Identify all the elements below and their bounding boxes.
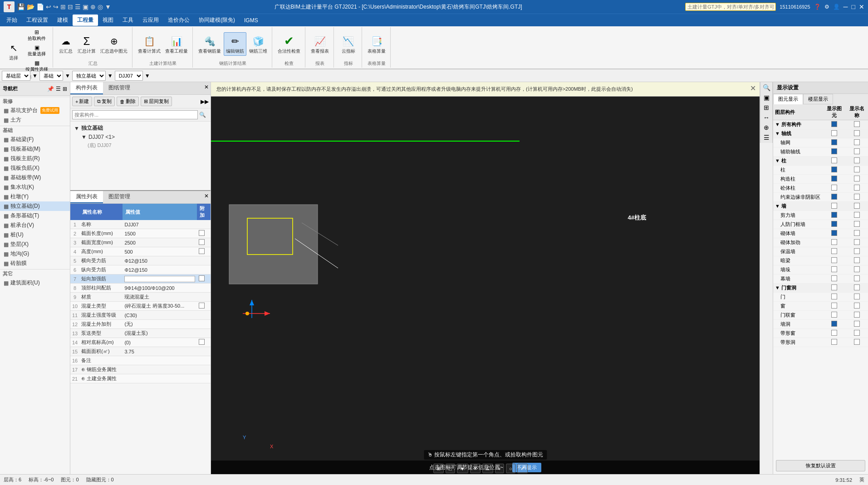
canvas-plus-btn[interactable]: + [495, 464, 504, 473]
display-item-row[interactable]: 砼体柱 [773, 184, 868, 193]
canvas-circle-btn[interactable]: ○ [506, 464, 515, 473]
prop-table-row[interactable]: 11 混凝土强度等级 (C30) [70, 311, 211, 320]
item-name-checkbox[interactable] [854, 330, 860, 336]
item-name-checkbox[interactable] [854, 321, 860, 327]
group-name-checkbox[interactable] [854, 157, 860, 163]
item-display-checkbox[interactable] [831, 239, 837, 245]
prop-table-row[interactable]: 1 名称 DJJ07 [70, 220, 211, 229]
group-display-check[interactable] [823, 284, 845, 293]
item-display-checkbox[interactable] [831, 194, 837, 200]
item-display-checkbox[interactable] [831, 212, 837, 218]
item-name-checkbox[interactable] [854, 275, 860, 281]
right-tab-element-display[interactable]: 图元显示 [773, 94, 803, 104]
display-item-row[interactable]: 窗 [773, 302, 868, 311]
prop-check-box[interactable] [199, 275, 205, 281]
menu-start[interactable]: 开始 [2, 15, 22, 26]
prop-table-row[interactable]: 10 混凝土类型 (碎石混凝土 坍落度30-50... [70, 302, 211, 311]
ribbon-btn-batch[interactable]: ▣ 批量选择 [24, 44, 50, 58]
item-display-check[interactable] [823, 175, 845, 184]
item-display-check[interactable] [823, 311, 845, 320]
prop-table-row[interactable]: 14 相对底标高(m) (0) [70, 338, 211, 347]
sidebar-item-brick-form[interactable]: ▦ 砖胎膜 [0, 259, 70, 268]
prop-table-row[interactable]: 6 纵向受力筋 Φ12@150 [70, 265, 211, 274]
display-item-row[interactable]: 保温墙 [773, 247, 868, 256]
tab-component-list[interactable]: 构件列表 [70, 82, 103, 94]
prop-table-row[interactable]: 12 混凝土外加剂 (无) [70, 320, 211, 329]
ribbon-btn-steel-3d[interactable]: 🧊 钢筋三维 [247, 33, 269, 55]
prop-table-row[interactable]: 8 顶部柱间配筋 9Φ14@100/Φ10@200 [70, 284, 211, 293]
sidebar-item-foundation-strip[interactable]: ▦ 基础板带(W) [0, 173, 70, 182]
prop-table-row[interactable]: 17 ⊕ 钢筋业务属性 [70, 365, 211, 374]
canvas-zoom-btn[interactable]: ▼ [457, 464, 468, 473]
sidebar-item-foundation-beam[interactable]: ▦ 基础梁(F) [0, 135, 70, 144]
redo-icon[interactable]: ↪ [53, 3, 59, 10]
sidebar-item-raft-neg-bar[interactable]: ▦ 筏板负筋(X) [0, 163, 70, 173]
new-icon[interactable]: 📄 [36, 3, 44, 10]
sidebar-item-trench[interactable]: ▦ 地沟(G) [0, 249, 70, 259]
ribbon-btn-select[interactable]: ↖ 选择 [5, 39, 23, 62]
item-display-check[interactable] [823, 193, 845, 202]
item-display-checkbox[interactable] [831, 266, 837, 272]
prop-row-check[interactable] [197, 274, 211, 284]
item-name-checkbox[interactable] [854, 194, 860, 200]
menu-quantities[interactable]: 工程量 [73, 15, 98, 26]
display-item-row[interactable]: 人防门框墙 [773, 220, 868, 229]
panel-close-btn[interactable]: ✕ [202, 82, 211, 94]
ribbon-btn-table-calc[interactable]: 📑 表格算量 [366, 33, 387, 55]
prop-check-box[interactable] [199, 303, 205, 309]
misc-icon5[interactable]: ⊕ [90, 3, 96, 10]
item-name-checkbox[interactable] [854, 303, 860, 309]
group-display-check[interactable] [823, 202, 845, 211]
right-nav-icon1[interactable]: 🔍 [763, 84, 770, 91]
misc-icon3[interactable]: ☰ [75, 3, 81, 10]
help-icon[interactable]: ❓ [814, 4, 821, 10]
item-name-check[interactable] [845, 138, 868, 147]
prop-row-check[interactable] [197, 238, 211, 247]
prop-table-row[interactable]: 16 备注 [70, 356, 211, 365]
misc-icon4[interactable]: ▣ [83, 3, 88, 10]
item-display-check[interactable] [823, 256, 845, 265]
prop-table-row[interactable]: 4 高度(mm) 500 [70, 247, 211, 256]
ribbon-btn-cloud-sum[interactable]: ☁ 云汇总 [57, 33, 75, 55]
prop-table-row[interactable]: 13 泵送类型 (混凝土泵) [70, 329, 211, 338]
item-name-check[interactable] [845, 320, 868, 329]
group-name-checkbox[interactable] [854, 284, 860, 290]
item-display-checkbox[interactable] [831, 294, 837, 299]
ribbon-btn-view-calc[interactable]: 📋 查看计算式 [136, 33, 162, 55]
item-name-check[interactable] [845, 311, 868, 320]
ribbon-btn-indicators[interactable]: 📉 云指标 [339, 33, 358, 55]
item-name-check[interactable] [845, 238, 868, 247]
item-name-checkbox[interactable] [854, 167, 860, 172]
sidebar-item-foundation-support[interactable]: ▦ 基坑支护台 免费试用 [0, 106, 70, 115]
display-item-row[interactable]: 构造柱 [773, 175, 868, 184]
sidebar-item-sump[interactable]: ▦ 集水坑(K) [0, 182, 70, 192]
group-name-checkbox[interactable] [854, 121, 860, 127]
item-name-checkbox[interactable] [854, 185, 860, 191]
item-name-checkbox[interactable] [854, 312, 860, 318]
user-icon[interactable]: 👤 [833, 4, 840, 10]
item-name-checkbox[interactable] [854, 139, 860, 145]
sidebar-item-pile-cap[interactable]: ▦ 桩承台(V) [0, 220, 70, 230]
maximize-button[interactable]: □ [852, 3, 855, 10]
sidebar-item-raft-main-bar[interactable]: ▦ 筏板主筋(R) [0, 154, 70, 163]
display-item-row[interactable]: 门 [773, 293, 868, 302]
prop-table-row[interactable]: 9 材质 现浇混凝土 [70, 293, 211, 302]
item-display-check[interactable] [823, 302, 845, 311]
menu-view[interactable]: 视图 [98, 15, 118, 26]
item-name-checkbox[interactable] [854, 248, 860, 254]
item-name-checkbox[interactable] [854, 176, 860, 181]
right-nav-icon5[interactable]: ⊕ [764, 124, 769, 131]
canvas-reset-btn[interactable]: ⊞ [433, 464, 444, 473]
item-display-checkbox[interactable] [831, 167, 837, 172]
display-item-row[interactable]: 墙垛 [773, 265, 868, 274]
menu-project-settings[interactable]: 工程设置 [22, 15, 53, 26]
item-name-checkbox[interactable] [854, 294, 860, 299]
group-name-check[interactable] [845, 120, 868, 129]
title-search-input[interactable] [685, 3, 776, 11]
code-select[interactable]: DJJ07 [115, 71, 143, 81]
item-name-check[interactable] [845, 265, 868, 274]
prop-table-row[interactable]: 5 横向受力筋 Φ12@150 [70, 256, 211, 265]
menu-tools[interactable]: 工具 [118, 15, 138, 26]
prop-table-row[interactable]: 3 截面宽度(mm) 2500 [70, 238, 211, 247]
group-expand-icon[interactable]: ▼ [775, 203, 780, 209]
